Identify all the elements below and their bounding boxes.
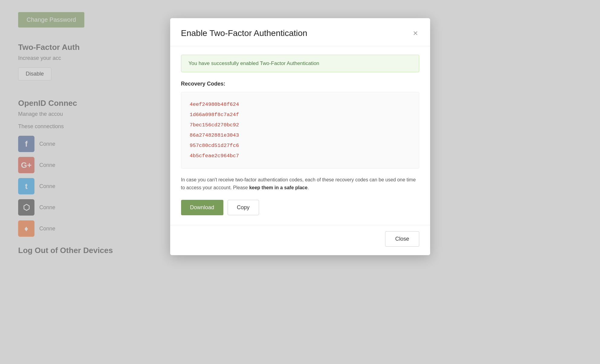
recovery-info-bold: keep them in a safe place: [249, 185, 307, 190]
two-factor-modal: Enable Two-Factor Authentication × You h…: [170, 18, 430, 255]
recovery-code: 957c80cd51d27fc6: [190, 141, 410, 151]
recovery-code: 7bec156cd270bc92: [190, 120, 410, 130]
recovery-info-end: .: [307, 185, 309, 190]
recovery-code: 4b5cfeae2c964bc7: [190, 151, 410, 161]
modal-overlay: Enable Two-Factor Authentication × You h…: [0, 0, 600, 364]
modal-header: Enable Two-Factor Authentication ×: [170, 18, 430, 46]
recovery-code: 1d66a098f8c7a24f: [190, 110, 410, 120]
recovery-code: 4eef24980b48f624: [190, 99, 410, 110]
success-banner: You have successfully enabled Two-Factor…: [181, 55, 419, 72]
copy-button[interactable]: Copy: [228, 200, 259, 215]
recovery-codes-label: Recovery Codes:: [181, 81, 419, 87]
modal-title: Enable Two-Factor Authentication: [181, 28, 307, 38]
recovery-code: 86a27482881e3043: [190, 130, 410, 141]
modal-close-button[interactable]: ×: [412, 28, 419, 39]
modal-footer: Close: [170, 225, 430, 255]
action-buttons: Download Copy: [181, 200, 419, 215]
recovery-info: In case you can't receive two-factor aut…: [181, 176, 419, 191]
recovery-codes-box: 4eef24980b48f6241d66a098f8c7a24f7bec156c…: [181, 92, 419, 169]
close-button[interactable]: Close: [385, 231, 419, 247]
modal-body: You have successfully enabled Two-Factor…: [170, 46, 430, 225]
download-button[interactable]: Download: [181, 200, 223, 215]
